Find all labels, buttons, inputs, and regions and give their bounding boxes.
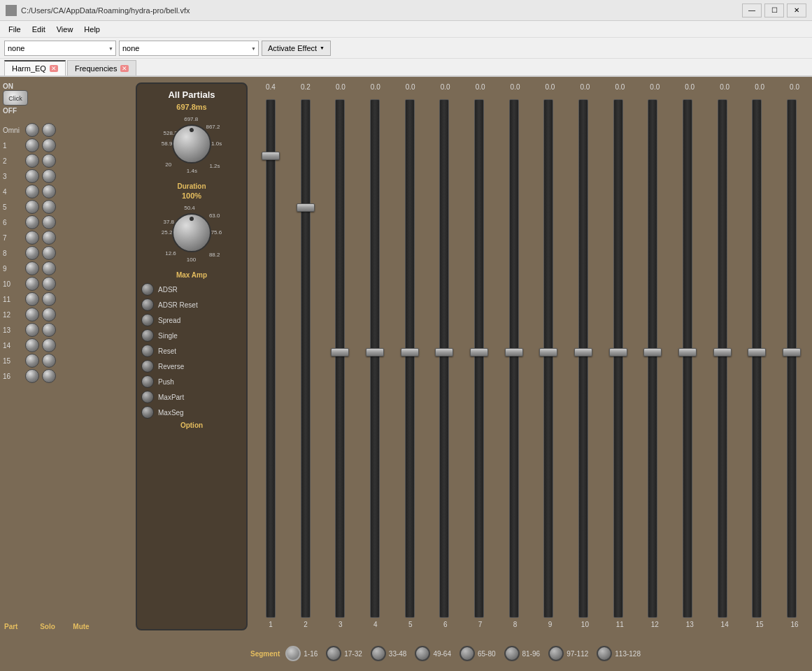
part-knob-16-b[interactable]: [42, 369, 56, 383]
slider-track-2[interactable]: [301, 99, 311, 618]
slider-thumb-10[interactable]: [574, 348, 592, 356]
slider-track-4[interactable]: [370, 99, 380, 618]
slider-thumb-7[interactable]: [470, 348, 488, 356]
slider-thumb-4[interactable]: [366, 348, 384, 356]
knob1-ring[interactable]: 528.3 697.8 867.2 1.0s 1.2s 1.4s 20 58.9: [160, 113, 223, 175]
segment-radio-1[interactable]: [326, 646, 341, 661]
slider-track-1[interactable]: [266, 99, 276, 618]
slider-thumb-9[interactable]: [539, 348, 557, 356]
slider-track-8[interactable]: [509, 99, 519, 618]
slider-thumb-13[interactable]: [678, 348, 697, 356]
part-knob-8-b[interactable]: [42, 246, 56, 260]
opt-radio-push[interactable]: [141, 375, 154, 388]
slider-thumb-3[interactable]: [331, 348, 349, 356]
menu-file[interactable]: File: [3, 24, 27, 35]
part-knob-5-a[interactable]: [25, 200, 39, 214]
slider-track-9[interactable]: [543, 99, 553, 618]
opt-radio-single[interactable]: [141, 329, 154, 342]
part-knob-15-a[interactable]: [25, 354, 39, 368]
slider-thumb-16[interactable]: [783, 348, 801, 356]
tab-harm-eq-close[interactable]: ✕: [50, 65, 58, 72]
tab-frequencies[interactable]: Frequencies ✕: [67, 60, 137, 75]
part-knob-14-a[interactable]: [25, 338, 39, 352]
slider-thumb-1[interactable]: [262, 152, 280, 160]
segment-radio-5[interactable]: [504, 646, 520, 661]
part-knob-16-a[interactable]: [25, 369, 39, 383]
opt-radio-maxseg[interactable]: [141, 406, 154, 419]
menu-help[interactable]: Help: [78, 24, 106, 35]
dropdown2-select[interactable]: none: [119, 41, 259, 56]
part-knob-5-b[interactable]: [42, 200, 56, 214]
segment-radio-7[interactable]: [597, 646, 612, 661]
part-knob-6-a[interactable]: [25, 215, 39, 229]
part-knob-12-a[interactable]: [25, 308, 39, 322]
tab-frequencies-close[interactable]: ✕: [120, 65, 129, 72]
part-knob-4-a[interactable]: [25, 185, 39, 199]
menu-view[interactable]: View: [51, 24, 79, 35]
part-knob-8-a[interactable]: [25, 246, 39, 260]
slider-track-16[interactable]: [787, 99, 797, 618]
part-knob-omni-mute[interactable]: [42, 123, 56, 137]
slider-track-14[interactable]: [718, 99, 727, 618]
slider-track-7[interactable]: [474, 99, 484, 618]
knob2-ring[interactable]: 37.8 50.4 63.0 75.6 88.2 100 12.6 25.2: [160, 201, 223, 264]
part-knob-15-b[interactable]: [42, 354, 56, 368]
slider-track-10[interactable]: [578, 99, 588, 618]
part-knob-3-b[interactable]: [42, 169, 56, 183]
part-knob-12-b[interactable]: [42, 308, 56, 322]
segment-radio-0[interactable]: [285, 646, 301, 661]
close-button[interactable]: ✕: [787, 3, 806, 17]
slider-thumb-14[interactable]: [713, 348, 732, 356]
part-knob-6-b[interactable]: [42, 215, 56, 229]
part-knob-14-b[interactable]: [42, 338, 56, 352]
segment-radio-6[interactable]: [548, 646, 564, 661]
part-knob-1-a[interactable]: [25, 138, 39, 152]
slider-thumb-6[interactable]: [435, 348, 453, 356]
part-knob-11-b[interactable]: [42, 292, 56, 306]
part-knob-11-a[interactable]: [25, 292, 39, 306]
knob2-3d[interactable]: [172, 213, 211, 252]
menu-edit[interactable]: Edit: [27, 24, 51, 35]
segment-radio-2[interactable]: [371, 646, 386, 661]
part-knob-3-a[interactable]: [25, 169, 39, 183]
slider-thumb-8[interactable]: [505, 348, 523, 356]
part-knob-13-a[interactable]: [25, 323, 39, 337]
opt-radio-reset[interactable]: [141, 345, 154, 357]
slider-track-3[interactable]: [335, 99, 345, 618]
part-knob-9-b[interactable]: [42, 261, 56, 275]
part-knob-2-a[interactable]: [25, 154, 39, 168]
slider-track-6[interactable]: [439, 99, 449, 618]
opt-radio-reverse[interactable]: [141, 360, 154, 373]
opt-radio-maxpart[interactable]: [141, 391, 154, 403]
tab-harm-eq[interactable]: Harm_EQ ✕: [4, 60, 66, 75]
slider-track-11[interactable]: [613, 99, 623, 618]
slider-thumb-15[interactable]: [748, 348, 766, 356]
slider-track-15[interactable]: [752, 99, 762, 618]
part-knob-7-a[interactable]: [25, 231, 39, 245]
part-knob-omni-solo[interactable]: [25, 123, 39, 137]
part-knob-4-b[interactable]: [42, 185, 56, 199]
slider-thumb-5[interactable]: [401, 348, 419, 356]
part-knob-10-a[interactable]: [25, 277, 39, 291]
click-button[interactable]: Click: [3, 90, 28, 106]
slider-track-13[interactable]: [683, 99, 692, 618]
part-knob-9-a[interactable]: [25, 261, 39, 275]
minimize-button[interactable]: —: [742, 3, 762, 17]
knob1-3d[interactable]: [172, 124, 211, 164]
dropdown1-select[interactable]: none: [4, 41, 116, 56]
slider-thumb-11[interactable]: [609, 348, 627, 356]
activate-effect-button[interactable]: Activate Effect: [262, 41, 331, 56]
segment-radio-3[interactable]: [415, 646, 430, 661]
segment-radio-4[interactable]: [460, 646, 475, 661]
part-knob-13-b[interactable]: [42, 323, 56, 337]
opt-radio-spread[interactable]: [141, 314, 154, 326]
slider-thumb-12[interactable]: [643, 348, 662, 356]
maximize-button[interactable]: ☐: [764, 3, 784, 17]
part-knob-10-b[interactable]: [42, 277, 56, 291]
slider-track-12[interactable]: [648, 99, 657, 618]
part-knob-7-b[interactable]: [42, 231, 56, 245]
slider-track-5[interactable]: [405, 99, 415, 618]
part-knob-1-b[interactable]: [42, 138, 56, 152]
part-knob-2-b[interactable]: [42, 154, 56, 168]
slider-thumb-2[interactable]: [297, 203, 315, 212]
